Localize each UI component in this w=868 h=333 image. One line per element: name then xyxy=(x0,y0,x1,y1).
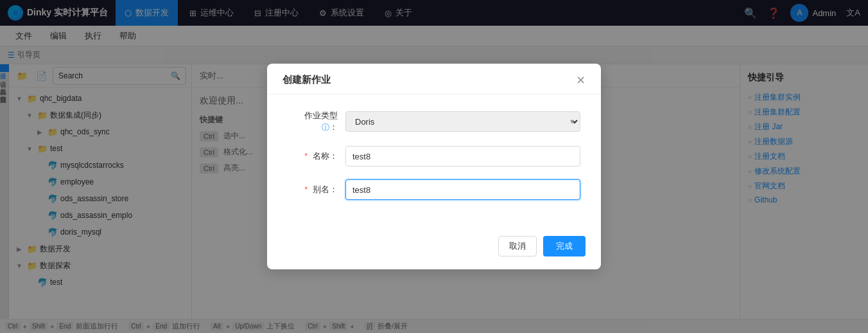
form-row-alias: * 别名： xyxy=(288,179,580,200)
alias-input[interactable] xyxy=(345,179,580,200)
cancel-button[interactable]: 取消 xyxy=(498,236,537,256)
modal-title: 创建新作业 xyxy=(282,74,331,86)
name-input-wrapper xyxy=(345,146,580,166)
modal: 创建新作业 ✕ 作业类型 ⓘ： Doris FlinkSQL FlinkJar xyxy=(267,64,601,269)
type-label: 作业类型 ⓘ： xyxy=(288,110,345,133)
confirm-button[interactable]: 完成 xyxy=(543,236,586,256)
type-select[interactable]: Doris FlinkSQL FlinkJar xyxy=(345,111,580,132)
modal-footer: 取消 完成 xyxy=(267,228,601,269)
alias-input-wrapper xyxy=(345,179,580,200)
modal-overlay: 创建新作业 ✕ 作业类型 ⓘ： Doris FlinkSQL FlinkJar xyxy=(0,0,868,333)
modal-body: 作业类型 ⓘ： Doris FlinkSQL FlinkJar * 名称： xyxy=(267,94,601,228)
type-select-wrapper: Doris FlinkSQL FlinkJar xyxy=(345,111,580,132)
form-row-type: 作业类型 ⓘ： Doris FlinkSQL FlinkJar xyxy=(288,110,580,133)
required-mark: * xyxy=(304,151,308,161)
help-icon[interactable]: ⓘ xyxy=(322,123,329,132)
modal-close-button[interactable]: ✕ xyxy=(576,75,586,86)
name-label: * 名称： xyxy=(288,150,345,162)
name-input[interactable] xyxy=(345,146,580,166)
modal-header: 创建新作业 ✕ xyxy=(267,64,601,94)
alias-label: * 别名： xyxy=(288,184,345,195)
form-row-name: * 名称： xyxy=(288,146,580,166)
required-mark: * xyxy=(304,184,308,194)
